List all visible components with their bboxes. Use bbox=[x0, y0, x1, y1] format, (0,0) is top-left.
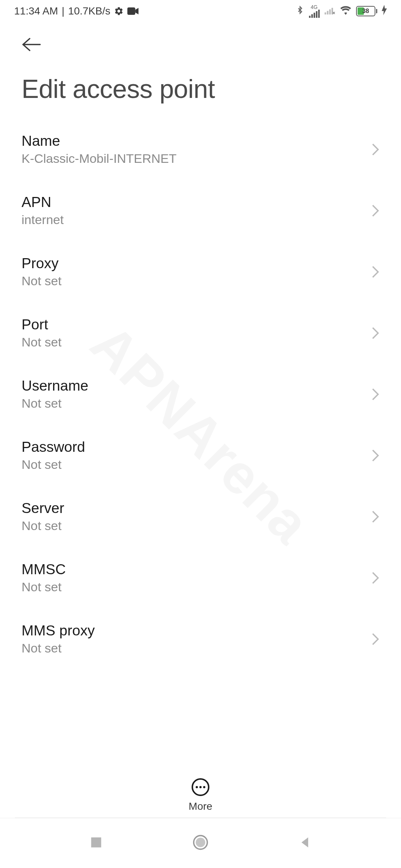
svg-rect-8 bbox=[329, 9, 331, 14]
chevron-right-icon bbox=[371, 204, 379, 217]
wifi-icon bbox=[340, 5, 352, 17]
svg-rect-6 bbox=[325, 13, 326, 15]
gear-icon bbox=[114, 6, 124, 16]
setting-value: K-Classic-Mobil-INTERNET bbox=[22, 151, 176, 166]
triangle-left-icon bbox=[298, 836, 312, 849]
setting-value: Not set bbox=[22, 457, 85, 472]
chevron-right-icon bbox=[371, 388, 379, 401]
status-time: 11:34 AM bbox=[14, 5, 58, 17]
signal-4g-icon: 4G bbox=[309, 4, 320, 18]
battery-icon: 38 bbox=[356, 6, 377, 16]
setting-value: Not set bbox=[22, 396, 88, 411]
chevron-right-icon bbox=[371, 510, 379, 523]
nav-back-button[interactable] bbox=[298, 836, 312, 851]
setting-label: APN bbox=[22, 194, 63, 210]
setting-server[interactable]: Server Not set bbox=[0, 486, 401, 547]
setting-label: MMS proxy bbox=[22, 622, 95, 639]
setting-username[interactable]: Username Not set bbox=[0, 364, 401, 425]
setting-label: Password bbox=[22, 439, 85, 455]
setting-password[interactable]: Password Not set bbox=[0, 425, 401, 486]
charging-icon bbox=[382, 5, 387, 18]
chevron-right-icon bbox=[371, 265, 379, 279]
square-icon bbox=[89, 836, 103, 849]
svg-rect-1 bbox=[309, 16, 310, 18]
circle-icon bbox=[192, 834, 209, 851]
setting-apn[interactable]: APN internet bbox=[0, 180, 401, 241]
settings-list: Name K-Classic-Mobil-INTERNET APN intern… bbox=[0, 119, 401, 670]
setting-value: Not set bbox=[22, 641, 95, 655]
setting-value: internet bbox=[22, 213, 63, 227]
back-button[interactable] bbox=[22, 33, 44, 56]
chevron-right-icon bbox=[371, 632, 379, 646]
status-separator: | bbox=[62, 5, 64, 17]
setting-value: Not set bbox=[22, 580, 66, 594]
more-button[interactable]: More bbox=[0, 767, 401, 812]
navigation-bar bbox=[0, 818, 401, 868]
setting-label: Name bbox=[22, 133, 176, 149]
svg-rect-4 bbox=[316, 11, 317, 18]
setting-mms-proxy[interactable]: MMS proxy Not set bbox=[0, 608, 401, 670]
setting-label: Port bbox=[22, 316, 62, 333]
status-data-rate: 10.7KB/s bbox=[68, 5, 111, 17]
chevron-right-icon bbox=[371, 571, 379, 585]
nav-home-button[interactable] bbox=[192, 834, 209, 852]
setting-mmsc[interactable]: MMSC Not set bbox=[0, 547, 401, 608]
svg-rect-5 bbox=[318, 10, 320, 18]
more-horizontal-icon bbox=[192, 778, 209, 796]
svg-rect-11 bbox=[91, 838, 101, 848]
page-title: Edit access point bbox=[0, 59, 401, 119]
setting-value: Not set bbox=[22, 274, 62, 288]
setting-label: Proxy bbox=[22, 255, 62, 272]
setting-label: Username bbox=[22, 378, 88, 394]
svg-rect-2 bbox=[311, 14, 313, 18]
svg-point-13 bbox=[196, 838, 205, 847]
svg-rect-0 bbox=[127, 7, 135, 15]
video-camera-icon bbox=[127, 7, 138, 15]
setting-label: MMSC bbox=[22, 561, 66, 578]
arrow-left-icon bbox=[22, 37, 42, 52]
setting-label: Server bbox=[22, 500, 64, 516]
setting-value: Not set bbox=[22, 519, 64, 533]
setting-name[interactable]: Name K-Classic-Mobil-INTERNET bbox=[0, 119, 401, 180]
setting-port[interactable]: Port Not set bbox=[0, 302, 401, 364]
signal-no-sim-icon bbox=[324, 5, 335, 17]
chevron-right-icon bbox=[371, 326, 379, 340]
chevron-right-icon bbox=[371, 143, 379, 156]
more-label: More bbox=[189, 800, 212, 812]
setting-value: Not set bbox=[22, 335, 62, 349]
chevron-right-icon bbox=[371, 449, 379, 462]
status-bar: 11:34 AM | 10.7KB/s 4G bbox=[0, 0, 401, 22]
nav-recent-button[interactable] bbox=[89, 836, 103, 851]
setting-proxy[interactable]: Proxy Not set bbox=[0, 241, 401, 302]
svg-rect-7 bbox=[327, 11, 328, 14]
bluetooth-icon bbox=[296, 4, 304, 18]
svg-rect-3 bbox=[314, 13, 315, 18]
